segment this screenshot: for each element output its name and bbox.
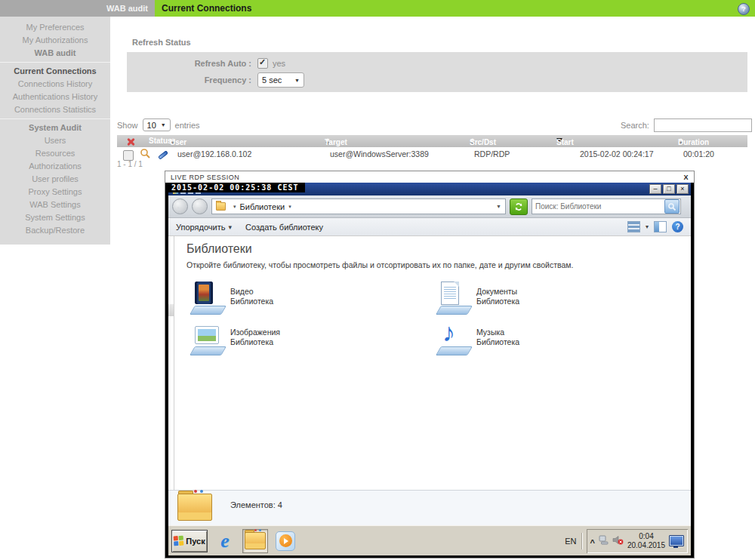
preview-pane-icon[interactable] [654, 221, 667, 232]
library-item-video[interactable]: ВидеоБиблиотека [186, 282, 433, 315]
refresh-auto-label: Refresh Auto : [127, 59, 251, 68]
media-player-icon[interactable] [273, 529, 298, 553]
sidebar-item-connections-statistics[interactable]: Connections Statistics [0, 103, 110, 116]
nav-video[interactable]: Видео [168, 316, 174, 328]
breadcrumb-caret-icon[interactable]: ▾ [233, 204, 236, 210]
sidebar-item-my-authorizations[interactable]: My Authorizations [0, 34, 110, 47]
explorer-taskbar-icon[interactable] [242, 529, 268, 553]
sidebar-item-proxy-settings[interactable]: Proxy Settings [0, 186, 110, 198]
row-checkbox[interactable] [123, 150, 134, 161]
search-label: Search: [621, 121, 649, 130]
breadcrumb-caret-icon[interactable]: ▾ [288, 204, 291, 210]
window-title-fragment [173, 192, 201, 194]
sidebar-item-wab-settings[interactable]: WAB Settings [0, 198, 110, 211]
nav-recent-places[interactable]: Недавние места [168, 266, 174, 278]
view-session-icon[interactable] [140, 148, 151, 161]
address-box[interactable]: ▾ Библиотеки ▾ ▼ [211, 198, 506, 214]
show-label: Show [117, 121, 138, 130]
view-dropdown-icon[interactable]: ▾ [646, 223, 649, 230]
back-icon[interactable]: ← [172, 198, 188, 214]
app-label: WAB audit [0, 0, 155, 17]
nav-computer[interactable]: Компьютер [168, 404, 174, 416]
items-count: Элементов: 4 [230, 500, 282, 509]
refresh-status-title: Refresh Status [132, 38, 191, 47]
sidebar-item-system-audit[interactable]: System Audit [0, 122, 110, 134]
maximize-icon[interactable]: □ [663, 184, 675, 194]
volume-muted-icon[interactable] [612, 534, 624, 548]
forward-icon[interactable]: → [192, 198, 208, 214]
pen-status-icon[interactable] [158, 150, 168, 160]
explorer-status-bar: Элементов: 4 [168, 490, 691, 525]
close-icon[interactable]: × [676, 184, 689, 194]
rdp-window-titlebar[interactable]: LIVE RDP SESSION X [165, 171, 694, 183]
start-button[interactable]: Пуск [171, 530, 208, 552]
top-bar: WAB audit Current Connections ? [0, 0, 755, 17]
column-status[interactable]: Status [149, 137, 172, 145]
nav-pictures[interactable]: Изображения [168, 340, 174, 352]
nav-documents[interactable]: Документы [168, 328, 174, 340]
clock[interactable]: 0:04 20.04.2015 [627, 532, 665, 550]
taskbar-separator [581, 533, 582, 549]
refresh-icon[interactable] [510, 198, 528, 215]
rdp-window-close-button[interactable]: X [683, 174, 689, 181]
refresh-status-panel: Refresh Auto : yes Frequency : 5 sec [127, 52, 747, 92]
nav-network[interactable]: Сеть [168, 429, 174, 442]
minimize-icon[interactable]: – [649, 184, 661, 194]
pagination: 1 - 1 / 1 [117, 160, 143, 168]
sidebar-item-connections-history[interactable]: Connections History [0, 78, 110, 91]
sidebar-item-wab-audit[interactable]: WAB audit [0, 47, 110, 60]
sidebar-item-system-settings[interactable]: System Settings [0, 211, 110, 224]
rdp-window-title: LIVE RDP SESSION [171, 174, 239, 181]
language-indicator[interactable]: EN [565, 537, 576, 546]
explorer-content: Библиотеки Откройте библиотеку, чтобы пр… [174, 236, 691, 490]
sidebar-item-authorizations[interactable]: Authorizations [0, 160, 110, 173]
sidebar-item-authentications-history[interactable]: Authentications History [0, 91, 110, 103]
show-desktop-icon[interactable] [669, 535, 684, 546]
help-icon[interactable]: ? [738, 3, 750, 15]
change-view-icon[interactable] [627, 221, 640, 232]
device-icon[interactable] [599, 534, 609, 548]
session-titlebar: 2015-02-02 00:25:38 CEST – □ × [168, 183, 691, 195]
explorer-help-icon[interactable]: ? [672, 221, 683, 232]
show-entries-select[interactable]: 10 [143, 118, 171, 131]
library-item-pictures[interactable]: ИзображенияБиблиотека [186, 322, 433, 355]
cell-duration: 00:01:20 [683, 149, 714, 158]
content-description: Откройте библиотеку, чтобы просмотреть ф… [186, 260, 679, 269]
cell-target: user@WindowsServer:3389 [330, 149, 429, 158]
organize-button[interactable]: Упорядочить [176, 223, 232, 232]
sidebar-item-resources[interactable]: Resources [0, 147, 110, 160]
nav-libraries[interactable]: Библиотеки [168, 304, 174, 316]
sidebar-item-user-profiles[interactable]: User profiles [0, 173, 110, 186]
explorer-search-icon[interactable] [664, 199, 680, 214]
sidebar-item-my-preferences[interactable]: My Preferences [0, 21, 110, 34]
sidebar-divider [0, 62, 110, 63]
library-item-documents[interactable]: ДокументыБиблиотека [433, 282, 679, 315]
nav-music[interactable]: Музыка [168, 352, 174, 365]
frequency-select[interactable]: 5 sec [257, 72, 304, 88]
nav-downloads[interactable]: Загрузки [168, 254, 174, 266]
sidebar-item-users[interactable]: Users [0, 134, 110, 147]
address-location[interactable]: Библиотеки [240, 202, 285, 211]
nav-favorites[interactable]: Избранное [168, 242, 174, 254]
explorer-nav-pane: Избранное Загрузки Недавние места Рабочи… [168, 236, 174, 490]
explorer-search-input[interactable] [532, 202, 664, 211]
refresh-auto-checkbox[interactable] [257, 58, 268, 69]
refresh-auto-value: yes [273, 59, 285, 68]
nav-desktop[interactable]: Рабочий стол [168, 278, 174, 291]
explorer-address-bar: ← → ▾ Библиотеки ▾ ▼ [168, 195, 691, 218]
new-library-button[interactable]: Создать библиотеку [245, 223, 323, 232]
frequency-label: Frequency : [127, 75, 251, 85]
address-dropdown-icon[interactable]: ▼ [496, 204, 501, 209]
search-input[interactable] [654, 118, 752, 132]
tray-time: 0:04 [639, 532, 653, 540]
session-timestamp: 2015-02-02 00:25:38 CEST [168, 183, 305, 192]
nav-homegroup[interactable]: Домашняя группа [168, 378, 174, 390]
tray-expand-icon[interactable]: ^ [590, 539, 595, 546]
sidebar-divider [0, 118, 110, 119]
music-library-icon [433, 322, 469, 355]
system-tray: ^ 0:04 20.04.2015 [587, 529, 689, 553]
sidebar-item-backup-restore[interactable]: Backup/Restore [0, 224, 110, 237]
internet-explorer-icon[interactable]: e [212, 529, 238, 553]
sidebar-item-current-connections[interactable]: Current Connections [0, 65, 110, 78]
library-item-music[interactable]: МузыкаБиблиотека [433, 322, 679, 355]
